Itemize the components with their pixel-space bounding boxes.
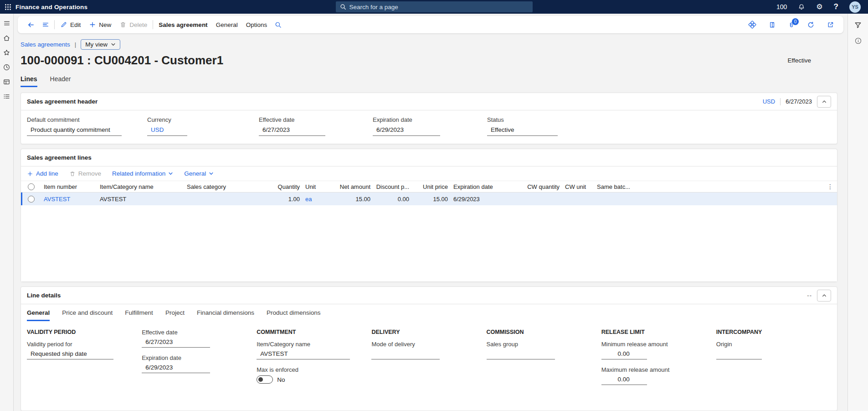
tab-general[interactable]: General	[27, 309, 50, 321]
status-input[interactable]: Effective	[487, 126, 558, 136]
col-cw-unit[interactable]: CW unit	[562, 183, 594, 190]
new-button[interactable]: New	[85, 16, 115, 33]
group-validity-period: VALIDITY PERIOD Validity period for Requ…	[27, 329, 142, 392]
tab-project[interactable]: Project	[165, 309, 185, 321]
collapse-pane-icon[interactable]	[38, 16, 53, 33]
cell-discount-percent: 0.00	[373, 196, 412, 203]
line-expiration-date-input[interactable]: 6/29/2023	[142, 364, 210, 373]
back-button[interactable]	[23, 16, 38, 33]
tab-financial-dimensions[interactable]: Financial dimensions	[197, 309, 254, 321]
trash-icon	[69, 171, 76, 177]
item-category-name-input[interactable]: AVSTEST	[257, 350, 350, 359]
collapse-section-button[interactable]	[817, 96, 831, 108]
home-icon[interactable]	[2, 33, 11, 42]
validity-period-for-input[interactable]: Requested ship date	[27, 350, 113, 359]
workspaces-icon[interactable]	[2, 77, 11, 86]
col-unit[interactable]: Unit	[303, 183, 328, 190]
max-is-enforced-toggle[interactable]	[257, 375, 273, 384]
search-icon	[340, 4, 346, 10]
field-item-category-name: Item/Category name AVSTEST	[257, 341, 371, 359]
table-row[interactable]: AVSTEST AVSTEST 1.00 ea 15.00 0.00 15.00…	[21, 192, 837, 205]
default-commitment-input[interactable]: Product quantity commitment	[27, 126, 122, 136]
field-mode-of-delivery: Mode of delivery	[371, 341, 486, 359]
col-cw-quantity[interactable]: CW quantity	[505, 183, 562, 190]
cell-net-amount: 15.00	[328, 196, 373, 203]
group-heading: RELEASE LIMIT	[601, 329, 716, 338]
tab-product-dimensions[interactable]: Product dimensions	[267, 309, 321, 321]
filter-funnel-icon[interactable]	[854, 21, 862, 29]
collapse-line-details-button[interactable]	[817, 290, 831, 302]
lines-section-title: Sales agreement lines	[27, 154, 92, 161]
summary-currency[interactable]: USD	[763, 98, 775, 105]
attachments-paperclip-icon[interactable]: 0	[788, 21, 795, 29]
user-avatar[interactable]: YS	[849, 1, 861, 13]
line-effective-date-input[interactable]: 6/27/2023	[142, 338, 210, 348]
favorites-star-icon[interactable]	[2, 48, 11, 57]
col-item-number[interactable]: Item number	[41, 183, 97, 190]
app-title[interactable]: Finance and Operations	[15, 4, 87, 10]
modules-list-icon[interactable]	[2, 92, 11, 101]
remove-line-button[interactable]: Remove	[69, 170, 101, 177]
tab-header[interactable]: Header	[50, 75, 71, 87]
add-line-button[interactable]: Add line	[27, 170, 58, 177]
refresh-icon[interactable]	[807, 21, 815, 29]
cell-item-number[interactable]: AVSTEST	[41, 196, 97, 203]
grid-more-options-icon[interactable]: ⋮	[823, 183, 837, 190]
col-quantity[interactable]: Quantity	[262, 183, 303, 190]
lines-grid-header: Item number Item/Category name Sales cat…	[21, 181, 837, 192]
col-expiration-date[interactable]: Expiration date	[451, 183, 505, 190]
power-apps-icon[interactable]	[748, 21, 756, 29]
cell-unit[interactable]: ea	[303, 196, 328, 203]
action-search-icon[interactable]	[271, 16, 285, 33]
maximum-release-amount-input[interactable]: 0.00	[601, 375, 647, 385]
resize-handle[interactable]: --	[807, 292, 812, 299]
header-fields: Default commitment Product quantity comm…	[21, 110, 837, 144]
field-label: Validity period for	[27, 341, 142, 348]
origin-input[interactable]	[716, 350, 762, 359]
currency-input[interactable]: USD	[147, 126, 187, 136]
help-icon[interactable]: ?	[834, 2, 838, 11]
tab-price-and-discount[interactable]: Price and discount	[62, 309, 113, 321]
cell-unit-price: 15.00	[412, 196, 451, 203]
col-discount-percent[interactable]: Discount p...	[373, 183, 412, 190]
field-ld-expiration-date: Expiration date 6/29/2023	[142, 354, 257, 373]
menu-sales-agreement[interactable]: Sales agreement	[154, 16, 211, 33]
environment-counter[interactable]: 100	[776, 3, 787, 10]
col-sales-category[interactable]: Sales category	[184, 183, 262, 190]
app-launcher-waffle-icon[interactable]	[0, 0, 15, 14]
delete-button[interactable]: Delete	[115, 16, 151, 33]
office-apps-icon[interactable]	[768, 21, 776, 29]
minimum-release-amount-input[interactable]: 0.00	[601, 350, 647, 359]
info-icon[interactable]	[854, 37, 862, 45]
search-input[interactable]	[349, 4, 529, 10]
menu-general[interactable]: General	[212, 16, 242, 33]
chevron-up-icon	[822, 99, 827, 104]
sales-group-input[interactable]	[487, 350, 555, 359]
lines-general-menu[interactable]: General	[184, 170, 214, 177]
view-selector-dropdown[interactable]: My view	[81, 39, 120, 50]
recent-clock-icon[interactable]	[2, 62, 11, 72]
tab-lines[interactable]: Lines	[21, 75, 37, 87]
menu-options[interactable]: Options	[242, 16, 272, 33]
col-item-category-name[interactable]: Item/Category name	[97, 183, 184, 190]
mode-of-delivery-input[interactable]	[371, 350, 440, 359]
edit-button[interactable]: Edit	[56, 16, 85, 33]
field-label: Expiration date	[142, 354, 257, 361]
col-same-batch[interactable]: Same batc...	[594, 183, 823, 190]
col-net-amount[interactable]: Net amount	[328, 183, 373, 190]
page-content: Sales agreements | My view 100-000091 : …	[14, 33, 847, 411]
breadcrumb-sales-agreements-link[interactable]: Sales agreements	[21, 41, 70, 48]
row-checkbox[interactable]	[28, 196, 35, 203]
select-all-checkbox[interactable]	[28, 183, 35, 190]
group-heading: INTERCOMPANY	[716, 329, 831, 338]
global-search-box[interactable]	[336, 1, 533, 12]
effective-date-input[interactable]: 6/27/2023	[259, 126, 325, 136]
notifications-bell-icon[interactable]	[798, 3, 805, 11]
open-in-new-window-icon[interactable]	[827, 21, 834, 29]
related-information-menu[interactable]: Related information	[112, 170, 173, 177]
expiration-date-input[interactable]: 6/29/2023	[373, 126, 440, 136]
nav-menu-hamburger-icon[interactable]	[2, 19, 11, 28]
col-unit-price[interactable]: Unit price	[412, 183, 451, 190]
tab-fulfillment[interactable]: Fulfillment	[125, 309, 153, 321]
settings-gear-icon[interactable]: ⚙	[816, 3, 822, 10]
